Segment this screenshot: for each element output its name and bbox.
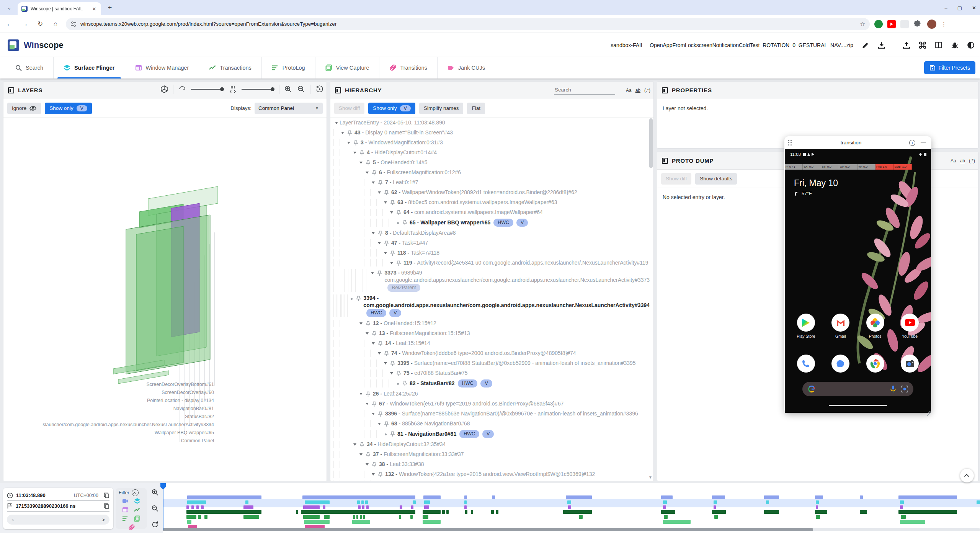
trace-segment[interactable] (664, 515, 668, 519)
info-icon[interactable]: i (909, 140, 915, 146)
trace-segment[interactable] (712, 495, 725, 499)
tab-transitions[interactable]: Transitions (379, 57, 437, 78)
trace-segment[interactable] (567, 500, 572, 504)
trace-segment[interactable] (579, 515, 583, 519)
copy-icon[interactable] (104, 492, 109, 498)
expand-arrow-icon[interactable] (382, 201, 389, 204)
spacing-slider[interactable] (242, 87, 274, 91)
trace-segment[interactable] (496, 510, 498, 514)
pin-icon[interactable] (356, 296, 361, 301)
browser-tab[interactable]: Winscope | sandbox-FAIL ✕ (18, 2, 101, 15)
trace-segment[interactable] (860, 495, 862, 499)
tree-node[interactable]: 5 -OneHanded:0:14#5 (333, 157, 650, 167)
expand-arrow-icon[interactable] (376, 352, 382, 355)
zoom-in-icon[interactable] (284, 85, 292, 93)
pin-icon[interactable] (396, 371, 401, 376)
trace-segment[interactable] (714, 515, 718, 519)
pin-icon[interactable] (347, 130, 352, 136)
layer-label[interactable]: ScreenDecorOverlayBottom#61 (15, 382, 214, 387)
timeline-range-thumb[interactable] (163, 528, 813, 531)
site-settings-icon[interactable] (70, 21, 77, 27)
layer-label[interactable]: slauncher/com.google.android.apps.nexusl… (15, 422, 214, 427)
trace-segment[interactable] (423, 520, 441, 524)
expand-arrow-icon[interactable] (376, 423, 382, 425)
flat-button[interactable]: Flat (467, 103, 485, 114)
collapse-timeline-button[interactable] (960, 469, 974, 482)
show-diff-button[interactable]: Show diff (661, 173, 691, 185)
rotation-slider[interactable] (191, 87, 224, 91)
view-capture-filter-icon[interactable] (134, 515, 140, 522)
bookmark-star-icon[interactable]: ☆ (860, 21, 865, 28)
trace-segment[interactable] (187, 495, 261, 499)
tree-node[interactable]: 4 -HideDisplayCutout:0:14#4 (333, 147, 650, 157)
trace-segment[interactable] (366, 505, 369, 509)
pin-icon[interactable] (396, 260, 401, 266)
tree-node[interactable]: 13 -FullscreenMagnification:15:15#13 (333, 328, 650, 338)
tree-node[interactable]: 12 -OneHanded:15:15#12 (333, 318, 650, 328)
expand-arrow-icon[interactable] (370, 232, 376, 234)
resize-handle[interactable] (926, 408, 931, 412)
timeline-row-surface-flinger[interactable] (163, 500, 980, 504)
tree-node[interactable]: 74 -WindowToken{fdddbe6 type=2000 androi… (333, 348, 650, 358)
timeline-row-window-manager[interactable] (163, 505, 980, 509)
tab-protolog[interactable]: ProtoLog (261, 57, 315, 78)
expand-arrow-icon[interactable] (389, 211, 395, 214)
trace-segment[interactable] (816, 515, 820, 519)
profile-avatar[interactable] (927, 20, 936, 29)
leaf-bullet[interactable] (348, 297, 354, 300)
expand-arrow-icon[interactable] (364, 332, 370, 335)
bug-report-icon[interactable] (951, 41, 959, 49)
trace-segment[interactable] (491, 510, 493, 514)
displays-select[interactable]: Common Panel ▼ (255, 103, 323, 114)
window-close-button[interactable]: ✕ (972, 5, 976, 11)
trace-segment[interactable] (423, 510, 441, 514)
tree-node[interactable]: 14 -Leaf:15:15#14 (333, 338, 650, 348)
download-icon[interactable] (878, 41, 885, 49)
tree-node[interactable]: 6 -FullscreenMagnification:0:12#6 (333, 167, 650, 177)
tree-node[interactable]: 133 -e20e69f PointerLocation - display 0… (333, 479, 650, 481)
collapse-panel-icon[interactable] (335, 87, 341, 93)
trace-segment[interactable] (663, 505, 666, 509)
pin-icon[interactable] (366, 160, 371, 166)
timeline-row-screen-recording[interactable] (163, 495, 980, 499)
trace-segment[interactable] (661, 495, 673, 499)
spacing-icon[interactable] (229, 85, 237, 93)
tree-node[interactable]: LayerTraceEntry - 2024-05-10, 11:03:48.8… (333, 118, 650, 128)
expand-arrow-icon[interactable] (382, 362, 389, 365)
pin-icon[interactable] (377, 270, 382, 276)
pin-icon[interactable] (402, 220, 407, 226)
trace-segment[interactable] (766, 500, 769, 504)
tree-node[interactable]: 8 -DefaultTaskDisplayArea#8 (333, 228, 650, 238)
extensions-puzzle-icon[interactable] (913, 20, 922, 28)
pin-icon[interactable] (402, 381, 407, 386)
shortcuts-icon[interactable] (919, 41, 926, 49)
tree-node[interactable]: 3 -WindowedMagnification:0:31#3 (333, 137, 650, 147)
expand-arrow-icon[interactable] (370, 413, 376, 415)
timeline-zoom-out-icon[interactable] (151, 505, 159, 512)
trace-segment[interactable] (900, 520, 925, 524)
screenshot-window-titlebar[interactable]: transition i — (784, 136, 931, 149)
trace-segment[interactable] (764, 495, 779, 499)
trace-segment[interactable] (323, 505, 325, 509)
trace-segment[interactable] (446, 510, 449, 514)
match-word-icon[interactable]: ab (635, 88, 640, 93)
trace-segment[interactable] (357, 500, 359, 504)
layer-label[interactable]: ScreenDecorOverlay#60 (15, 390, 214, 395)
trace-segment[interactable] (399, 515, 401, 519)
current-ns-value[interactable]: 1715339028890230166 ns (16, 503, 75, 509)
trace-segment[interactable] (400, 505, 402, 509)
pin-icon[interactable] (359, 150, 364, 156)
expand-arrow-icon[interactable] (352, 152, 358, 154)
timeline-row-transactions[interactable] (163, 510, 980, 514)
trace-segment[interactable] (243, 505, 253, 509)
trace-segment[interactable] (196, 505, 199, 509)
tree-node[interactable]: 118 -Task=7#118 (333, 248, 650, 258)
expand-arrow-icon[interactable] (369, 272, 376, 274)
tab-window-manager[interactable]: Window Manager (125, 57, 199, 78)
trace-segment[interactable] (568, 505, 572, 509)
tab-surface-flinger[interactable]: Surface Flinger (53, 57, 125, 78)
trace-segment[interactable] (816, 500, 819, 504)
tab-search-button[interactable]: ⌄ (4, 2, 15, 13)
scroll-down-icon[interactable]: ▼ (648, 475, 652, 479)
new-tab-button[interactable]: + (105, 3, 115, 13)
